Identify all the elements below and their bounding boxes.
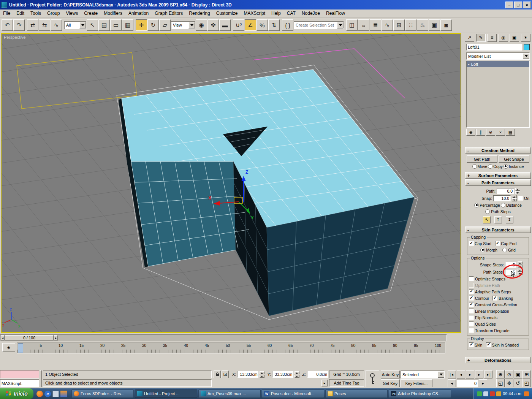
path-steps-spinner[interactable] (518, 269, 522, 275)
zoom-extents-all-button[interactable]: ⊞ (522, 370, 531, 378)
y-spinner[interactable] (294, 371, 299, 378)
menu-item[interactable]: Rendering (186, 10, 213, 17)
select-and-rotate-button[interactable]: ↻ (147, 19, 159, 31)
set-key-button[interactable]: Set Key (381, 379, 400, 387)
select-and-move-button[interactable]: ✛ (136, 19, 147, 31)
x-coordinate-field[interactable]: -13.333cm (237, 371, 258, 378)
selection-lock-button[interactable] (214, 370, 221, 378)
tray-icon[interactable] (483, 391, 488, 396)
optimize-shapes-checkbox[interactable] (469, 276, 474, 281)
object-color-swatch[interactable] (524, 44, 530, 50)
menu-item[interactable]: Customize (213, 10, 241, 17)
render-setup-button[interactable]: ♨ (417, 19, 428, 31)
make-unique-button[interactable]: ※ (486, 129, 495, 136)
menu-item[interactable]: RealFlow (323, 10, 348, 17)
path-value-spinner[interactable] (515, 188, 520, 194)
go-to-start-button[interactable]: |◄ (448, 370, 456, 378)
orbit-button[interactable]: ↺ (514, 379, 522, 387)
macro-recorder-pane[interactable] (0, 370, 39, 378)
listener-splitter[interactable] (40, 370, 42, 387)
cap-start-checkbox[interactable] (469, 241, 474, 246)
absolute-offset-toggle-button[interactable]: ⊡ (222, 370, 229, 378)
window-crossing-button[interactable]: ▦ (122, 19, 133, 31)
tray-icon[interactable] (490, 391, 495, 396)
pin-stack-button[interactable]: ⊕ (466, 129, 475, 136)
menu-item[interactable]: File (0, 10, 13, 17)
zoom-button[interactable]: ⊕ (496, 370, 505, 378)
taskbar-button-word[interactable]: WPoses.doc - Microsoft... (262, 390, 324, 398)
selection-set-input[interactable] (296, 22, 337, 28)
snap-on-checkbox[interactable] (518, 196, 523, 201)
menu-item[interactable]: Animation (125, 10, 152, 17)
taskbar-button-folder[interactable]: Poses (325, 390, 388, 398)
pick-shape-button[interactable]: ↖ (483, 216, 491, 223)
play-button[interactable]: ► (466, 370, 474, 378)
keyboard-shortcut-override-button[interactable]: ▬ (219, 19, 231, 31)
material-editor-button[interactable]: ∷ (405, 19, 416, 31)
skin-parameters-header[interactable]: -Skin Parameters (465, 226, 531, 233)
skin-checkbox[interactable] (469, 342, 474, 347)
menu-item[interactable]: Group (44, 10, 63, 17)
create-selection-set-combo[interactable] (294, 21, 344, 29)
loft-object[interactable] (119, 70, 423, 316)
zoom-all-button[interactable]: ⊙ (505, 370, 513, 378)
tab-modify[interactable]: ✎ (476, 34, 486, 42)
taskbar-button-photoshop[interactable]: PsAdobe Photoshop CS... (389, 390, 451, 398)
taskbar-button-3dsmax-poses[interactable]: Am_Poses09.max ... (198, 390, 261, 398)
curve-editor-button[interactable]: ∿ (382, 19, 393, 31)
cap-end-checkbox[interactable] (495, 241, 500, 246)
menu-item[interactable]: CAT (284, 10, 299, 17)
zoom-extents-button[interactable]: ▣ (514, 370, 522, 378)
move-radio[interactable] (472, 164, 477, 169)
combo-arrow-icon[interactable] (438, 371, 444, 378)
tab-motion[interactable]: ◎ (499, 34, 508, 42)
named-selection-sets-button[interactable]: { } (282, 19, 293, 31)
viewport-canvas[interactable]: X Z Y x y z (2, 34, 461, 332)
key-filters-button[interactable]: Key Filters... (401, 379, 432, 387)
modifier-visibility-icon[interactable]: ● (468, 63, 470, 66)
modifier-stack-item[interactable]: ● Loft (467, 61, 529, 67)
menu-item[interactable]: Modifiers (101, 10, 125, 17)
time-slider-thumb[interactable]: 0 / 100 (5, 335, 54, 340)
menu-item[interactable]: Tools (27, 10, 44, 17)
configure-modifier-sets-button[interactable]: ▤ (506, 129, 515, 136)
redo-button[interactable]: ↷ (13, 19, 25, 31)
unlink-selection-button[interactable]: ⇆ (39, 19, 50, 31)
x-spinner[interactable] (260, 371, 264, 378)
instance-radio[interactable] (504, 164, 508, 169)
tab-display[interactable]: ▣ (510, 34, 519, 42)
next-shape-button[interactable]: ↧ (506, 216, 513, 223)
quick-launch-ie-icon[interactable]: e (44, 391, 51, 397)
rectangular-selection-region-button[interactable]: ▭ (110, 19, 122, 31)
spinner-snap-button[interactable]: ⇅ (268, 19, 280, 31)
viewport[interactable]: Perspective (1, 33, 461, 333)
modifier-list-dropdown[interactable]: Modifier List (466, 52, 530, 60)
percentage-radio[interactable] (474, 203, 479, 207)
current-frame-marker[interactable] (18, 343, 23, 353)
linear-interpolation-checkbox[interactable] (469, 309, 474, 314)
selection-filter-combo[interactable]: All (64, 21, 86, 29)
tray-icon[interactable] (477, 391, 482, 396)
angle-snap-button[interactable]: ∠ (245, 19, 256, 31)
close-button[interactable]: × (523, 2, 531, 8)
quad-sides-checkbox[interactable] (469, 321, 474, 326)
combo-arrow-icon[interactable] (523, 53, 529, 59)
quick-launch-media-icon[interactable] (60, 391, 67, 397)
contour-checkbox[interactable] (469, 296, 474, 301)
constant-cross-section-checkbox[interactable] (469, 302, 474, 307)
tab-create[interactable]: ↗ (465, 34, 474, 42)
snap-value-spinner[interactable] (512, 195, 517, 201)
shape-steps-spinner[interactable] (518, 261, 522, 268)
track-bar-ruler[interactable]: 0510152025303540455055606570758085909510… (17, 342, 445, 353)
banking-checkbox[interactable] (492, 296, 497, 301)
menu-item[interactable]: Edit (13, 10, 27, 17)
reference-coordinate-combo[interactable]: View (171, 21, 195, 29)
skin-in-shaded-checkbox[interactable] (486, 342, 491, 347)
mini-curve-editor-button[interactable]: ◈ (2, 343, 15, 352)
menu-item[interactable]: NodeJoe (299, 10, 323, 17)
viewport-label[interactable]: Perspective (4, 35, 25, 40)
path-steps-field[interactable]: 5 (505, 269, 516, 275)
path-value-field[interactable]: 0.0 (497, 188, 514, 194)
add-time-tag-field[interactable]: Add Time Tag (329, 379, 364, 387)
y-coordinate-field[interactable]: -33.333cm (272, 371, 293, 378)
